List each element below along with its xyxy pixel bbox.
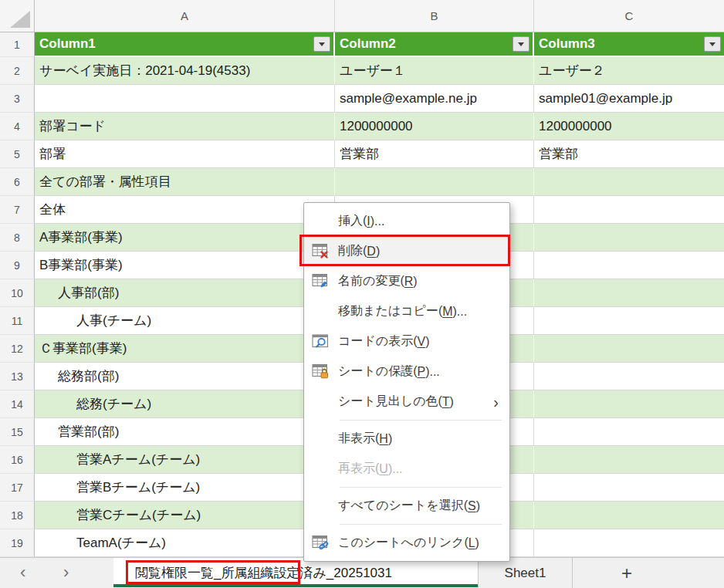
row-number[interactable]: 13 [0, 363, 35, 390]
cell-c[interactable] [534, 474, 724, 502]
menu-item-link-to-sheet[interactable]: このシートへのリンク(L) [304, 528, 509, 558]
menu-mnemonic: H [379, 432, 388, 446]
row-number[interactable]: 6 [0, 168, 35, 196]
cell-c[interactable] [534, 363, 724, 390]
cell-a[interactable]: A事業部(事業) [35, 224, 335, 252]
cell-c[interactable] [534, 529, 724, 557]
cell-c[interactable]: 営業部 [534, 140, 724, 168]
cell-c[interactable]: 1200000000 [534, 113, 724, 140]
menu-item-protect-sheet[interactable]: シートの保護(P)... [304, 357, 509, 387]
menu-label-post: ) [376, 245, 380, 259]
column-header-a[interactable]: A [35, 0, 335, 32]
filter-dropdown-icon [709, 42, 716, 46]
row-number[interactable]: 11 [0, 307, 35, 335]
cell-a[interactable]: 人事部(部) [35, 279, 335, 307]
cell-a[interactable]: 営業Aチーム(チーム) [35, 446, 335, 474]
cell-c[interactable]: ユーザー２ [534, 57, 724, 85]
column-header-b[interactable]: B [335, 0, 534, 32]
spreadsheet-window: A B C 1 Column1 Column2 Column3 2 サーベイ実施… [0, 0, 724, 588]
header-cell-column3[interactable]: Column3 [534, 32, 724, 57]
cell-a[interactable]: 営業部(部) [35, 418, 335, 446]
cell-a[interactable]: サーベイ実施日：2021-04-19(4533) [35, 57, 335, 85]
row-number[interactable]: 16 [0, 446, 35, 474]
cell-b[interactable]: 1200000000 [335, 113, 534, 140]
row-number[interactable]: 17 [0, 474, 35, 502]
menu-item-delete[interactable]: 削除(D) [304, 236, 509, 266]
cell-text: B事業部(事業) [39, 256, 123, 274]
cell-c[interactable]: sample01@example.jp [534, 85, 724, 113]
cell-c[interactable] [534, 446, 724, 474]
cell-text: 部署 [39, 145, 66, 163]
cell-a[interactable]: 営業Cチーム(チーム) [35, 502, 335, 529]
sheet-tab-sheet1[interactable]: Sheet1 [479, 558, 573, 588]
select-all-corner[interactable] [0, 0, 35, 32]
active-sheet-tab[interactable]: 閲覧権限一覧_所属組織設定済み_20251031 [113, 558, 479, 588]
cell-a[interactable]: TeamA(チーム) [35, 529, 335, 557]
row-number[interactable]: 1 [0, 32, 35, 57]
cell-a[interactable]: 総務(チーム) [35, 390, 335, 418]
cell-text: sample01@example.jp [539, 91, 672, 106]
cell-a[interactable]: B事業部(事業) [35, 252, 335, 279]
new-sheet-button[interactable]: + [611, 558, 642, 588]
header-cell-column2[interactable]: Column2 [335, 32, 534, 57]
menu-item-hide[interactable]: 非表示(H) [304, 424, 509, 454]
column-header-c[interactable]: C [534, 0, 724, 32]
cell-c[interactable] [534, 168, 724, 196]
table-header-row: 1 Column1 Column2 Column3 [0, 32, 724, 57]
cell-c[interactable] [534, 502, 724, 529]
cell-c[interactable] [534, 224, 724, 252]
cell-b[interactable]: ユーザー１ [335, 57, 534, 85]
row-number[interactable]: 8 [0, 224, 35, 252]
cell-a[interactable]: 全ての部署・属性項目 [35, 168, 335, 196]
cell-c[interactable] [534, 390, 724, 418]
filter-dropdown-icon [319, 42, 325, 46]
next-sheet-arrow[interactable]: › [63, 562, 69, 583]
cell-b[interactable] [335, 168, 534, 196]
header-cell-column1[interactable]: Column1 [35, 32, 335, 57]
row-number[interactable]: 10 [0, 279, 35, 307]
row-number[interactable]: 4 [0, 113, 35, 140]
cell-c[interactable] [534, 279, 724, 307]
filter-button[interactable] [513, 36, 529, 52]
row-number[interactable]: 19 [0, 529, 35, 557]
cell-c[interactable] [534, 335, 724, 363]
row-number[interactable]: 15 [0, 418, 35, 446]
row-number[interactable]: 3 [0, 85, 35, 113]
cell-a[interactable]: 部署 [35, 140, 335, 168]
menu-item-select-all-sheets[interactable]: すべてのシートを選択(S) [304, 491, 509, 521]
row-number[interactable]: 12 [0, 335, 35, 363]
cell-b[interactable]: 営業部 [335, 140, 534, 168]
menu-label-post: ) [388, 432, 392, 446]
menu-label-pre: 非表示( [338, 431, 379, 447]
cell-c[interactable] [534, 307, 724, 335]
row-number[interactable]: 9 [0, 252, 35, 279]
menu-item-view-code[interactable]: コードの表示(V) [304, 326, 509, 357]
menu-item-rename[interactable]: 名前の変更(R) [304, 266, 509, 296]
cell-a[interactable]: 部署コード [35, 113, 335, 140]
cell-c[interactable] [534, 418, 724, 446]
filter-button[interactable] [313, 36, 330, 52]
cell-a[interactable]: 人事(チーム) [35, 307, 335, 335]
header-text: Column2 [340, 36, 396, 52]
row-number[interactable]: 5 [0, 140, 35, 168]
cell-c[interactable] [534, 196, 724, 224]
menu-item-insert[interactable]: 挿入(I)... [304, 206, 509, 236]
menu-item-tab-color[interactable]: シート見出しの色(T) › [304, 387, 509, 417]
cell-b[interactable]: sample@example.ne.jp [335, 85, 534, 113]
filter-button[interactable] [704, 36, 721, 52]
cell-a[interactable]: 営業Bチーム(チーム) [35, 474, 335, 502]
row-number[interactable]: 18 [0, 502, 35, 529]
row-number[interactable]: 2 [0, 57, 35, 85]
row-number[interactable]: 14 [0, 390, 35, 418]
cell-c[interactable] [534, 252, 724, 279]
cell-text: ユーザー２ [539, 62, 605, 79]
cell-a[interactable]: 総務部(部) [35, 363, 335, 390]
cell-a[interactable] [35, 85, 335, 113]
previous-sheet-arrow[interactable]: ‹ [20, 562, 25, 583]
menu-item-move-or-copy[interactable]: 移動またはコピー(M)... [304, 296, 509, 326]
cell-a[interactable]: 全体 [35, 196, 335, 224]
row-number[interactable]: 7 [0, 196, 35, 224]
cell-a[interactable]: Ｃ事業部(事業) [35, 335, 335, 363]
menu-mnemonic: L [469, 536, 475, 550]
sheet-context-menu: 挿入(I)... 削除(D) [303, 202, 510, 562]
